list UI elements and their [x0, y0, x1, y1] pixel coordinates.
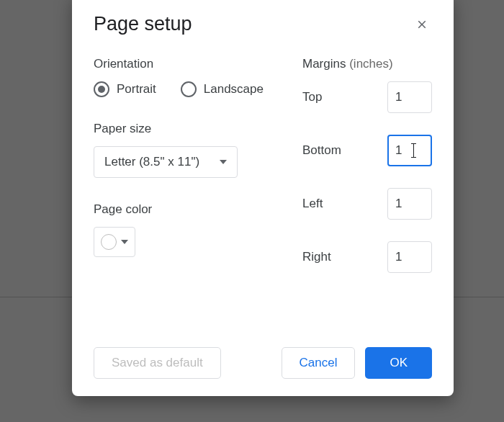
- chevron-down-icon: [121, 240, 128, 244]
- left-column: Orientation Portrait Landscape Paper siz…: [94, 57, 281, 347]
- radio-label: Landscape: [204, 82, 264, 96]
- margins-label: Margins (inches): [302, 57, 432, 71]
- margin-bottom-row: Bottom 1: [302, 135, 432, 166]
- cancel-button[interactable]: Cancel: [282, 347, 356, 379]
- orientation-label: Orientation: [94, 57, 281, 71]
- dialog-footer: Saved as default Cancel OK: [94, 347, 432, 379]
- margin-top-row: Top 1: [302, 81, 432, 113]
- margin-right-input[interactable]: 1: [387, 241, 432, 273]
- dialog-header: Page setup: [94, 13, 432, 35]
- close-icon: [415, 18, 428, 31]
- margin-top-label: Top: [302, 90, 322, 104]
- saved-as-default-button: Saved as default: [94, 347, 221, 379]
- margin-bottom-input[interactable]: 1: [387, 135, 432, 166]
- paper-size-label: Paper size: [94, 122, 281, 136]
- color-swatch: [101, 234, 117, 250]
- radio-icon: [94, 81, 109, 97]
- paper-size-select[interactable]: Letter (8.5" x 11"): [94, 146, 238, 178]
- paper-size-value: Letter (8.5" x 11"): [104, 155, 199, 169]
- dialog-body: Orientation Portrait Landscape Paper siz…: [94, 57, 432, 347]
- margin-left-label: Left: [302, 197, 323, 211]
- page-color-label: Page color: [94, 202, 281, 217]
- right-column: Margins (inches) Top 1 Bottom 1 Left: [302, 57, 432, 347]
- orientation-portrait-radio[interactable]: Portrait: [94, 81, 156, 97]
- orientation-landscape-radio[interactable]: Landscape: [181, 81, 264, 97]
- margin-right-label: Right: [302, 250, 331, 264]
- margin-top-input[interactable]: 1: [387, 81, 432, 113]
- margin-left-row: Left 1: [302, 188, 432, 220]
- radio-icon: [181, 81, 197, 97]
- margin-right-row: Right 1: [302, 241, 432, 273]
- chevron-down-icon: [220, 160, 227, 164]
- dialog-title: Page setup: [94, 13, 192, 35]
- ok-button[interactable]: OK: [365, 347, 432, 379]
- page-color-picker[interactable]: [94, 227, 135, 257]
- orientation-radios: Portrait Landscape: [94, 81, 281, 97]
- page-setup-dialog: Page setup Orientation Portrait Landscap…: [72, 0, 454, 396]
- text-caret-icon: [413, 143, 414, 158]
- margin-bottom-label: Bottom: [302, 143, 341, 158]
- close-button[interactable]: [412, 14, 432, 35]
- margin-left-input[interactable]: 1: [387, 188, 432, 220]
- radio-label: Portrait: [117, 82, 156, 96]
